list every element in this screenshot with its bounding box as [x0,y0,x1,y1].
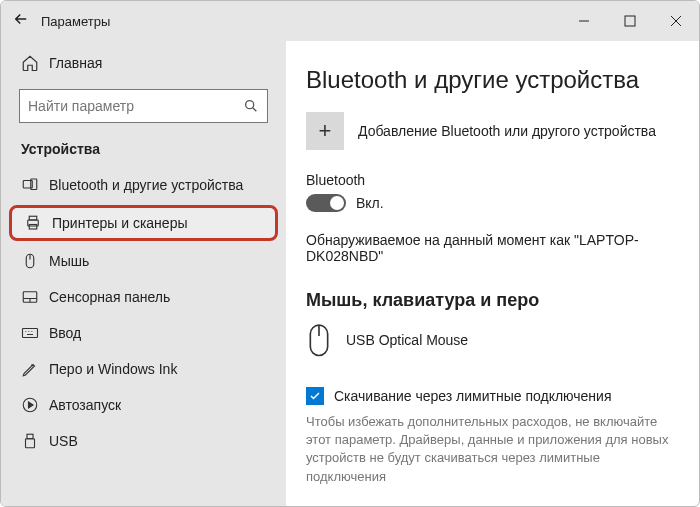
page-title: Bluetooth и другие устройства [306,66,679,94]
search-box[interactable] [19,89,268,123]
search-input[interactable] [28,98,243,114]
device-label: USB Optical Mouse [346,332,468,348]
svg-rect-1 [625,16,635,26]
mouse-icon [21,252,39,270]
svg-line-5 [253,108,257,112]
touchpad-icon [21,288,39,306]
close-button[interactable] [653,1,699,41]
search-icon [243,98,259,114]
category-heading: Устройства [1,137,286,167]
printer-icon [24,214,42,232]
devices-icon [21,176,39,194]
nav-label: USB [49,433,78,449]
nav-pen[interactable]: Перо и Windows Ink [1,351,286,387]
nav-typing[interactable]: Ввод [1,315,286,351]
svg-rect-16 [23,329,38,338]
toggle-state-label: Вкл. [356,195,384,211]
home-link[interactable]: Главная [1,47,286,79]
maximize-button[interactable] [607,1,653,41]
minimize-button[interactable] [561,1,607,41]
autoplay-icon [21,396,39,414]
home-label: Главная [49,55,102,71]
nav-list: Bluetooth и другие устройства Принтеры и… [1,167,286,506]
usb-icon [21,432,39,450]
keyboard-icon [21,324,39,342]
discoverable-text: Обнаруживаемое на данный момент как "LAP… [306,232,679,264]
window-title: Параметры [41,14,561,29]
nav-bluetooth[interactable]: Bluetooth и другие устройства [1,167,286,203]
add-device-button[interactable]: + Добавление Bluetooth или другого устро… [306,112,679,150]
nav-label: Сенсорная панель [49,289,170,305]
metered-checkbox-row[interactable]: Скачивание через лимитные подключения [306,387,679,405]
nav-touchpad[interactable]: Сенсорная панель [1,279,286,315]
svg-rect-9 [29,216,37,220]
sidebar: Главная Устройства Bluetooth и другие ус… [1,41,286,506]
device-item[interactable]: USB Optical Mouse [306,323,679,357]
main-panel: Bluetooth и другие устройства + Добавлен… [286,41,699,506]
pen-icon [21,360,39,378]
nav-label: Bluetooth и другие устройства [49,177,243,193]
bluetooth-toggle[interactable] [306,194,346,212]
titlebar: Параметры [1,1,699,41]
nav-label: Ввод [49,325,81,341]
metered-label: Скачивание через лимитные подключения [334,388,611,404]
svg-rect-10 [29,225,37,230]
mouse-device-icon [306,323,332,357]
svg-rect-23 [27,434,33,439]
plus-icon: + [306,112,344,150]
nav-usb[interactable]: USB [1,423,286,459]
nav-label: Принтеры и сканеры [52,215,187,231]
svg-rect-24 [26,439,35,448]
checkbox-checked-icon [306,387,324,405]
nav-label: Мышь [49,253,89,269]
bluetooth-toggle-row: Вкл. [306,194,679,212]
svg-marker-22 [29,402,34,408]
nav-mouse[interactable]: Мышь [1,243,286,279]
section-mouse-keyboard: Мышь, клавиатура и перо [306,290,679,311]
nav-label: Автозапуск [49,397,121,413]
add-device-label: Добавление Bluetooth или другого устройс… [358,123,656,139]
bluetooth-label: Bluetooth [306,172,679,188]
metered-help-text: Чтобы избежать дополнительных расходов, … [306,413,679,486]
svg-point-4 [246,101,254,109]
window-controls [561,1,699,41]
nav-autoplay[interactable]: Автозапуск [1,387,286,423]
nav-printers[interactable]: Принтеры и сканеры [9,205,278,241]
nav-label: Перо и Windows Ink [49,361,177,377]
home-icon [21,54,39,72]
back-button[interactable] [1,10,41,33]
